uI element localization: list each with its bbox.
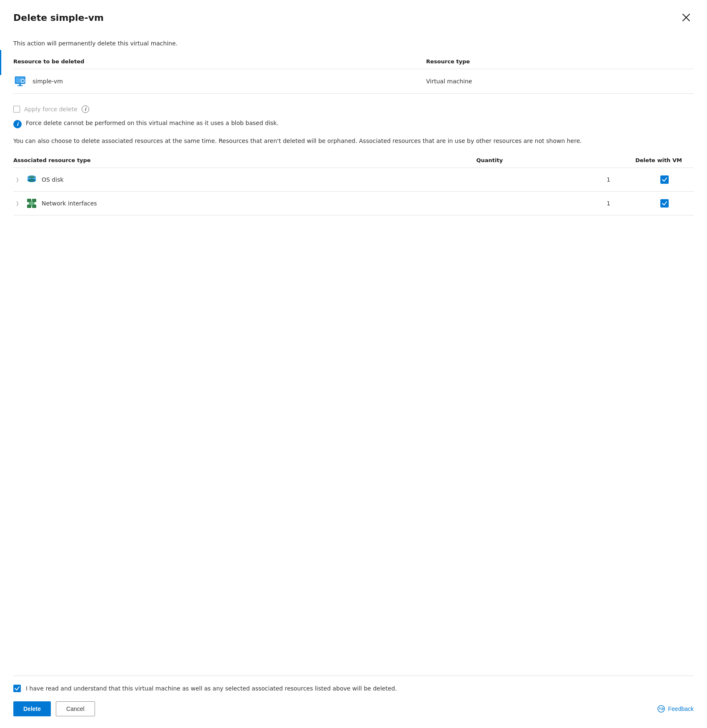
col-resource-header: Resource to be deleted [13, 55, 426, 69]
confirm-checkbox[interactable] [13, 685, 21, 692]
force-delete-info-icon[interactable]: i [82, 105, 89, 113]
os-disk-icon [26, 174, 37, 185]
svg-rect-12 [27, 199, 31, 202]
col-type-header: Resource type [426, 55, 694, 69]
confirm-row: I have read and understand that this vir… [13, 684, 694, 693]
resource-type: Virtual machine [426, 69, 694, 94]
svg-rect-5 [22, 80, 24, 82]
svg-point-20 [660, 707, 660, 708]
feedback-icon [657, 705, 665, 713]
resources-table: Resource to be deleted Resource type [13, 55, 694, 94]
buttons-row: Delete Cancel Feedback [13, 701, 694, 716]
footer-divider [13, 675, 694, 676]
feedback-label: Feedback [668, 705, 694, 712]
table-row: 〉 [13, 168, 694, 192]
delete-button[interactable]: Delete [13, 701, 51, 716]
svg-rect-2 [19, 84, 21, 85]
info-blue-icon: i [13, 120, 22, 128]
cancel-button[interactable]: Cancel [56, 701, 95, 716]
osdisk-label: OS disk [42, 176, 64, 183]
vm-icon [13, 75, 28, 88]
nic-label: Network interfaces [42, 200, 97, 207]
assoc-row-type-osdisk: 〉 [13, 168, 476, 192]
feedback-button[interactable]: Feedback [657, 705, 694, 713]
osdisk-delete-checkbox[interactable] [635, 168, 694, 192]
network-interfaces-icon [26, 198, 37, 209]
col-quantity-header: Quantity [476, 154, 635, 168]
dialog-body: This action will permanently delete this… [0, 33, 707, 675]
dialog-header: Delete simple-vm [0, 0, 707, 33]
dialog-title: Delete simple-vm [13, 13, 104, 23]
osdisk-quantity: 1 [476, 168, 635, 192]
assoc-row-type-nic: 〉 [13, 192, 476, 215]
svg-point-19 [659, 708, 660, 710]
force-delete-label: Apply force delete [24, 106, 77, 113]
expand-nic-chevron[interactable]: 〉 [13, 199, 22, 208]
subtitle: This action will permanently delete this… [13, 33, 694, 55]
associated-description: You can also choose to delete associated… [13, 137, 694, 145]
svg-point-10 [28, 176, 35, 178]
table-row: simple-vm Virtual machine [13, 69, 694, 94]
svg-rect-3 [17, 85, 22, 86]
col-delete-header: Delete with VM [635, 154, 694, 168]
svg-rect-14 [27, 205, 31, 208]
svg-rect-17 [29, 202, 35, 205]
delete-dialog: Delete simple-vm This action will perman… [0, 0, 707, 728]
col-assoc-type-header: Associated resource type [13, 154, 476, 168]
svg-rect-15 [32, 205, 36, 208]
close-button[interactable] [679, 10, 694, 25]
resource-name: simple-vm [32, 78, 63, 85]
nic-delete-checkbox[interactable] [635, 192, 694, 215]
associated-table: Associated resource type Quantity Delete… [13, 154, 694, 215]
svg-rect-13 [32, 199, 36, 202]
info-message: i Force delete cannot be performed on th… [13, 120, 694, 128]
info-text: Force delete cannot be performed on this… [26, 120, 279, 126]
force-delete-section: Apply force delete i [13, 105, 694, 113]
nic-quantity: 1 [476, 192, 635, 215]
dialog-footer: I have read and understand that this vir… [0, 675, 707, 728]
svg-point-11 [28, 179, 35, 182]
accent-bar [0, 50, 1, 75]
confirm-text: I have read and understand that this vir… [26, 684, 397, 693]
resource-name-cell: simple-vm [13, 69, 426, 94]
expand-osdisk-chevron[interactable]: 〉 [13, 175, 22, 184]
force-delete-checkbox[interactable] [13, 106, 20, 113]
table-row: 〉 [13, 192, 694, 215]
